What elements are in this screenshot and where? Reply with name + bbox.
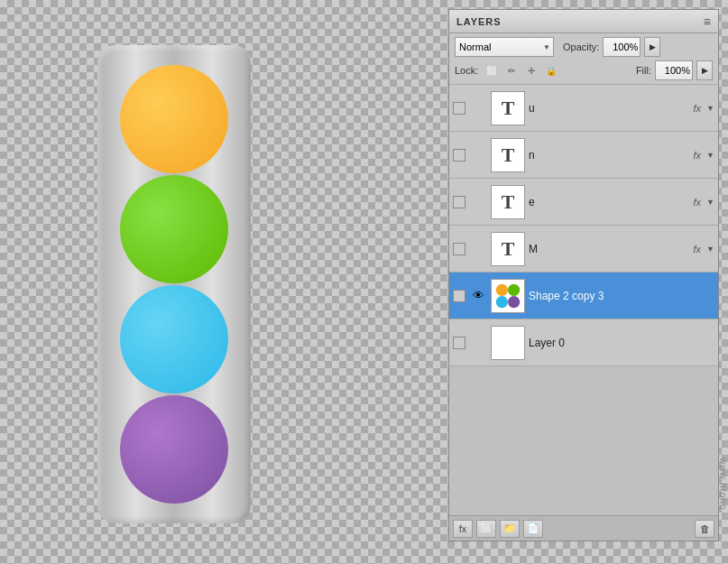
layer-visibility-shape2copy3[interactable] [453, 290, 465, 302]
opacity-arrow-btn[interactable]: ▶ [644, 37, 660, 57]
light-purple [120, 395, 228, 504]
opacity-label: Opacity: [563, 42, 599, 52]
svg-point-1 [508, 283, 520, 295]
layer-item-u[interactable]: T u fx ▼ [449, 85, 718, 132]
watermark: www.hrono [718, 458, 728, 510]
layer-thumbnail-layer0 [491, 326, 525, 360]
text-icon-n: T [502, 143, 515, 167]
fx-arrow-u: ▼ [706, 104, 714, 113]
layer-item-n[interactable]: T n fx ▼ [449, 132, 718, 179]
fx-arrow-e: ▼ [706, 198, 714, 207]
layer-thumbnail-u: T [491, 91, 525, 125]
layer-visibility-u[interactable] [453, 102, 465, 115]
blend-mode-wrapper: Normal Multiply Screen Overlay [455, 37, 554, 57]
layer-visibility-layer0[interactable] [453, 337, 465, 349]
new-group-button[interactable]: 📁 [500, 520, 520, 538]
opacity-input[interactable] [603, 37, 640, 57]
lock-position-button[interactable]: ✛ [523, 62, 539, 79]
blend-mode-select[interactable]: Normal Multiply Screen Overlay [455, 37, 554, 57]
artwork-area [90, 45, 257, 523]
new-layer-button[interactable]: 📄 [523, 520, 543, 538]
layers-panel: LAYERS ≡ Normal Multiply Screen Overlay … [448, 9, 719, 541]
layer-item-e[interactable]: T e fx ▼ [449, 179, 718, 226]
layer-fx-n: fx [694, 150, 702, 161]
layer-name-shape2copy3: Shape 2 copy 3 [529, 290, 714, 302]
layer-thumbnail-n: T [491, 138, 525, 172]
layer-item-layer0[interactable]: Layer 0 [449, 319, 718, 366]
add-mask-button[interactable]: ⬜ [476, 520, 496, 538]
layer-name-e: e [529, 196, 690, 208]
fill-input[interactable] [655, 60, 693, 80]
layer-name-layer0: Layer 0 [529, 337, 714, 349]
text-icon-m: T [502, 237, 515, 261]
panel-menu-button[interactable]: ≡ [704, 14, 711, 29]
fx-arrow-n: ▼ [706, 151, 714, 160]
layer-thumbnail-shape2copy3 [491, 279, 525, 313]
lock-pixels-button[interactable]: ⬜ [484, 62, 500, 79]
blend-opacity-row: Normal Multiply Screen Overlay Opacity: … [455, 37, 713, 57]
shapes-thumb-svg [492, 279, 524, 313]
layer-name-u: u [529, 102, 690, 115]
layer-item-shape2copy3[interactable]: 👁 Shape 2 copy 3 [449, 273, 718, 319]
delete-layer-button[interactable]: 🗑 [695, 520, 714, 538]
panel-header: LAYERS ≡ [449, 10, 718, 33]
text-icon-e: T [502, 190, 515, 214]
svg-point-0 [496, 283, 508, 295]
layer-item-m[interactable]: T M fx ▼ [449, 226, 718, 273]
svg-point-3 [508, 296, 520, 308]
traffic-light-body [97, 45, 251, 523]
panel-title: LAYERS [456, 16, 502, 27]
svg-point-2 [496, 296, 508, 308]
layer-fx-e: fx [694, 197, 702, 208]
layer-list[interactable]: T u fx ▼ T n fx ▼ T e fx ▼ [449, 85, 718, 515]
panel-controls: Normal Multiply Screen Overlay Opacity: … [449, 33, 718, 85]
layer-eye-shape2copy3[interactable]: 👁 [469, 289, 487, 302]
layer-fx-m: fx [694, 244, 702, 254]
fill-label: Fill: [636, 65, 651, 76]
layer-thumbnail-e: T [491, 185, 525, 219]
light-green [120, 175, 228, 283]
fill-arrow-btn[interactable]: ▶ [696, 60, 713, 80]
light-blue [120, 285, 228, 393]
lock-label: Lock: [455, 65, 478, 76]
layer-name-n: n [529, 149, 690, 162]
text-icon-u: T [502, 97, 515, 120]
layer-thumbnail-m: T [491, 232, 525, 266]
layer-name-m: M [529, 243, 690, 255]
add-style-button[interactable]: fx [453, 520, 473, 538]
lock-brush-button[interactable]: ✏ [503, 62, 520, 79]
layer-visibility-n[interactable] [453, 149, 465, 162]
panel-bottom-toolbar: fx ⬜ 📁 📄 🗑 [449, 515, 718, 541]
layer-visibility-m[interactable] [453, 243, 465, 255]
fx-arrow-m: ▼ [706, 245, 714, 254]
lock-fill-row: Lock: ⬜ ✏ ✛ 🔒 Fill: ▶ [455, 60, 713, 80]
light-orange [120, 65, 228, 173]
layer-fx-u: fx [694, 103, 702, 114]
lock-all-button[interactable]: 🔒 [543, 62, 559, 79]
layer-visibility-e[interactable] [453, 196, 465, 208]
